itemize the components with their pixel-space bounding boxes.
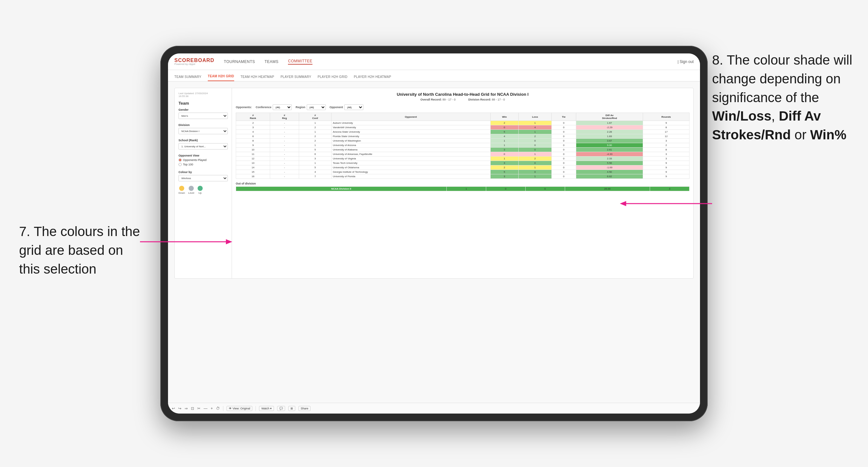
last-updated: Last Updated: 27/03/2024 16:55:38 <box>179 92 228 98</box>
cell-opponent: Vanderbilt University <box>331 125 490 130</box>
main-content: Last Updated: 27/03/2024 16:55:38 Team G… <box>168 82 700 403</box>
cell-diff: -2.29 <box>576 125 643 130</box>
cell-loss: 0 <box>519 170 552 174</box>
cell-rounds: 9 <box>643 161 689 165</box>
cell-tie: 0 <box>551 121 576 125</box>
subnav-player-summary[interactable]: PLAYER SUMMARY <box>281 75 311 81</box>
cell-win: 3 <box>490 174 519 179</box>
annotation-bold3: Win% <box>810 127 846 142</box>
sign-out-link[interactable]: | Sign out <box>678 60 694 64</box>
opponent-filter: Opponent (All) <box>330 104 364 110</box>
opponent-select[interactable]: (All) <box>344 104 363 110</box>
view-original-btn[interactable]: 👁 View: Original <box>226 406 252 411</box>
cell-rounds: 8 <box>643 148 689 152</box>
radio-dot-unselected <box>179 163 182 166</box>
conference-select[interactable]: (All) <box>273 104 292 110</box>
radio-opponents-played[interactable]: Opponents Played <box>179 158 228 162</box>
cell-opponent: Georgia Institute of Technology <box>331 170 490 174</box>
nav-teams[interactable]: TEAMS <box>265 60 279 64</box>
bottom-toolbar: ↩ ↪ ⇒ ⊡ ✂ — + ⏱ 👁 View: Original Watch ▾… <box>168 403 700 413</box>
cell-win: 0 <box>490 125 519 130</box>
annotation-right: 8. The colour shade will change dependin… <box>712 51 859 145</box>
annotation-left: 7. The colours in the grid are based on … <box>19 222 140 278</box>
cell-loss: 1 <box>519 165 552 170</box>
clock-icon[interactable]: ⏱ <box>216 406 220 411</box>
division-record-label: Division Record: <box>468 98 491 101</box>
annotation-bold1: Win/Loss <box>712 108 771 123</box>
out-division-diff: 26.00 <box>565 187 650 191</box>
forward-icon[interactable]: ⇒ <box>185 406 188 411</box>
plus-icon[interactable]: + <box>211 406 213 411</box>
cell-rank: 9 <box>236 143 270 148</box>
cell-opponent: University of Arkansas, Fayetteville <box>331 152 490 157</box>
cell-diff: 1.83 <box>576 134 643 139</box>
cell-conf: 6 <box>299 152 331 157</box>
subnav-team-summary[interactable]: TEAM SUMMARY <box>174 75 202 81</box>
share-btn[interactable]: Share <box>299 406 311 411</box>
cell-loss: 1 <box>519 130 552 134</box>
nav-tournaments[interactable]: TOURNAMENTS <box>224 60 255 64</box>
subnav-player-h2h-heatmap[interactable]: PLAYER H2H HEATMAP <box>354 75 391 81</box>
conference-filter: Conference (All) <box>256 104 292 110</box>
cell-conf: 3 <box>299 157 331 161</box>
cell-rank: 16 <box>236 174 270 179</box>
cell-tie: 0 <box>551 148 576 152</box>
col-rank: #Rank <box>236 113 270 121</box>
colour-by-select[interactable]: Win/loss <box>179 175 228 181</box>
dash-icon: — <box>204 406 208 411</box>
cell-win: 3 <box>490 161 519 165</box>
cell-rank: 11 <box>236 152 270 157</box>
cell-opponent: University of Alabama <box>331 148 490 152</box>
cell-tie: 0 <box>551 161 576 165</box>
legend-up: Up <box>197 186 203 194</box>
cell-rank: 4 <box>236 130 270 134</box>
school-select[interactable]: 1. University of Nort... <box>179 143 228 150</box>
gender-select[interactable]: Men's <box>179 113 228 119</box>
table-row: 14 - 5 University of Oklahoma 2 1 0 -1.0… <box>236 165 689 170</box>
cell-win: 2 <box>490 165 519 170</box>
cell-diff: 5.56 <box>576 161 643 165</box>
overall-record: Overall Record: 89 - 17 - 0 <box>420 98 456 101</box>
cell-rounds: 3 <box>643 152 689 157</box>
cell-tie: 0 <box>551 134 576 139</box>
sidebar-gender-label: Gender <box>179 108 228 111</box>
legend-up-circle <box>197 186 203 191</box>
cell-rank: 14 <box>236 165 270 170</box>
watch-btn[interactable]: Watch ▾ <box>259 406 274 411</box>
cell-reg: - <box>270 148 299 152</box>
legend-row: Down Level Up <box>179 186 228 194</box>
col-tie: Tie <box>551 113 576 121</box>
cell-diff: 1.67 <box>576 121 643 125</box>
grid-btn[interactable]: ⊞ <box>288 406 295 411</box>
sidebar-division-section: Division NCAA Division I <box>179 123 228 134</box>
cell-tie: 0 <box>551 157 576 161</box>
region-select[interactable]: (All) <box>307 104 326 110</box>
col-rounds: Rounds <box>643 113 689 121</box>
toolbar-divider2 <box>255 406 256 411</box>
col-diff: Diff AvStrokes/Rnd <box>576 113 643 121</box>
subnav-player-h2h-grid[interactable]: PLAYER H2H GRID <box>317 75 347 81</box>
nav-committee[interactable]: COMMITTEE <box>288 59 312 65</box>
cell-conf: 7 <box>299 174 331 179</box>
out-division-label: Out of division <box>236 182 689 185</box>
cell-loss: 2 <box>519 157 552 161</box>
undo-icon[interactable]: ↩ <box>172 406 175 411</box>
crop-icon[interactable]: ⊡ <box>191 406 194 411</box>
cell-rounds: 17 <box>643 130 689 134</box>
radio-top100[interactable]: Top 100 <box>179 163 228 166</box>
cell-win: 1 <box>490 143 519 148</box>
redo-icon[interactable]: ↪ <box>178 406 181 411</box>
subnav-team-h2h-grid[interactable]: TEAM H2H GRID <box>208 74 234 81</box>
cell-conf: 1 <box>299 130 331 134</box>
legend-level-label: Level <box>188 191 194 194</box>
scissors-icon[interactable]: ✂ <box>197 406 200 411</box>
sidebar-division-label: Division <box>179 123 228 127</box>
division-select[interactable]: NCAA Division I <box>179 128 228 134</box>
cell-loss: 1 <box>519 121 552 125</box>
annotation-sep2: or <box>791 127 810 142</box>
comment-btn[interactable]: 💬 <box>277 406 285 411</box>
cell-rounds: 8 <box>643 125 689 130</box>
subnav-team-h2h-heatmap[interactable]: TEAM H2H HEATMAP <box>241 75 274 81</box>
tablet-frame: SCOREBOARD Powered by clippd TOURNAMENTS… <box>160 46 708 421</box>
cell-tie: 0 <box>551 152 576 157</box>
